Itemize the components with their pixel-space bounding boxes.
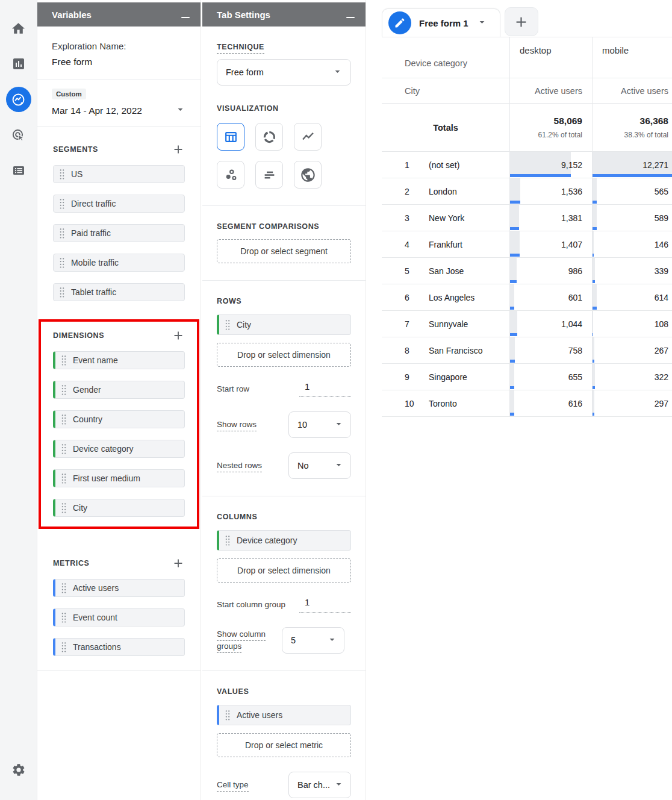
chevron-down-icon [333, 459, 344, 472]
chevron-down-icon [175, 104, 186, 117]
library-icon[interactable] [6, 158, 31, 183]
home-icon[interactable] [6, 16, 31, 41]
scatter-chart-icon[interactable] [217, 161, 244, 189]
row-rank: 10 [405, 399, 429, 408]
segment-chip-label: Direct traffic [71, 199, 116, 208]
values-metric-chip[interactable]: Active users [217, 705, 351, 725]
metric-chip[interactable]: Event count [53, 608, 185, 627]
rows-chips: City [217, 314, 351, 335]
values-metric-chip-label: Active users [237, 710, 282, 720]
show-column-groups-select[interactable]: 5 [282, 627, 344, 654]
advertising-icon[interactable] [6, 122, 31, 148]
cell-value: 1,536 [561, 187, 582, 196]
dimension-chip[interactable]: First user medium [53, 469, 185, 487]
row-city-name: Frankfurt [429, 240, 462, 249]
cell-type-label: Cell type [217, 780, 249, 792]
segment-chip[interactable]: Mobile traffic [53, 254, 185, 272]
show-column-groups-label: Show column groups [217, 630, 266, 653]
table-cell-desktop: 616 [509, 390, 592, 417]
add-dimension-button[interactable] [172, 329, 185, 342]
table-row-city: 7Sunnyvale [382, 311, 509, 337]
explore-icon[interactable] [6, 87, 31, 112]
cell-bar-background [510, 205, 519, 227]
columns-dimension-dropzone[interactable]: Drop or select dimension [217, 558, 351, 583]
metric-chip[interactable]: Transactions [53, 638, 185, 656]
add-tab-button[interactable] [505, 7, 538, 36]
totals-mobile: 36,368 38.3% of total [592, 104, 672, 152]
rows-dimension-dropzone[interactable]: Drop or select dimension [217, 343, 351, 367]
cell-bar-background [510, 390, 514, 413]
row-rank: 1 [405, 160, 429, 170]
tab-free-form-1[interactable]: Free form 1 [382, 8, 500, 37]
dimension-chip[interactable]: Event name [53, 351, 185, 369]
cell-bar-background [510, 258, 517, 280]
segment-dropzone[interactable]: Drop or select segment [217, 239, 351, 263]
segment-chip[interactable]: Direct traffic [53, 195, 185, 213]
dimension-chip-label: Event name [73, 355, 118, 365]
dimension-chip-label: Gender [73, 385, 101, 395]
start-column-group-input[interactable]: 1 [299, 597, 351, 613]
row-rank: 3 [405, 213, 429, 223]
column-header-desktop[interactable]: desktop [509, 37, 592, 78]
geo-map-icon[interactable] [294, 161, 322, 189]
drag-handle-icon [59, 257, 65, 268]
gear-icon[interactable] [6, 757, 31, 783]
cell-bar-value [510, 201, 520, 204]
line-chart-icon[interactable] [294, 123, 322, 151]
minimize-icon[interactable] [181, 17, 190, 18]
drag-handle-icon [61, 502, 67, 513]
table-cell-desktop: 1,407 [509, 231, 592, 258]
columns-section: COLUMNS Device category Drop or select d… [202, 496, 366, 671]
values-metric-dropzone[interactable]: Drop or select metric [217, 733, 351, 757]
cell-value: 589 [655, 213, 668, 223]
table-cell-mobile: 267 [592, 337, 672, 364]
metric-header-desktop[interactable]: Active users [509, 78, 592, 104]
bar-chart-icon[interactable] [255, 161, 283, 189]
drag-handle-icon [61, 473, 67, 484]
exploration-canvas: Free form 1 Device category desktop mobi… [366, 0, 672, 800]
show-rows-select[interactable]: 10 [288, 411, 351, 438]
table-cell-desktop: 1,044 [509, 311, 592, 337]
row-city-name: London [429, 187, 457, 196]
rows-dimension-chip[interactable]: City [217, 314, 351, 335]
nested-rows-select[interactable]: No [288, 452, 351, 479]
cell-bar-background [593, 390, 594, 413]
table-row-city: 9Singapore [382, 364, 509, 390]
cell-type-select[interactable]: Bar ch... [288, 772, 351, 798]
segment-chip[interactable]: Tablet traffic [53, 283, 185, 301]
cell-value: 601 [568, 293, 582, 302]
segment-chip[interactable]: Paid traffic [53, 224, 185, 242]
minimize-icon[interactable] [346, 17, 355, 18]
dimension-chip[interactable]: Device category [53, 440, 185, 458]
segment-chip[interactable]: US [53, 165, 185, 183]
reports-icon[interactable] [6, 51, 31, 77]
dimension-chip[interactable]: City [53, 499, 185, 517]
table-chart-icon[interactable] [217, 123, 244, 151]
table-cell-mobile: 339 [592, 258, 672, 284]
cell-value: 9,152 [561, 160, 582, 170]
tab-title: Free form 1 [419, 18, 468, 28]
row-dimension-label[interactable]: City [382, 78, 509, 104]
start-row-input[interactable]: 1 [299, 381, 351, 397]
exploration-name-value[interactable]: Free form [52, 57, 186, 67]
metric-header-mobile[interactable]: Active users [592, 78, 672, 104]
row-city-name: Singapore [429, 372, 467, 382]
donut-chart-icon[interactable] [255, 123, 283, 151]
date-range-selector[interactable]: Custom Mar 14 - Apr 12, 2022 [37, 80, 201, 127]
cell-bar-value [510, 254, 520, 257]
column-header-mobile[interactable]: mobile [592, 37, 672, 78]
totals-mobile-value: 36,368 [640, 116, 668, 127]
add-segment-button[interactable] [172, 143, 185, 156]
metric-chip[interactable]: Active users [53, 579, 185, 597]
segments-label: SEGMENTS [53, 145, 98, 154]
columns-dimension-chip[interactable]: Device category [217, 530, 351, 551]
technique-select[interactable]: Free form [217, 59, 351, 86]
add-metric-button[interactable] [172, 557, 185, 570]
dimension-chip-label: First user medium [73, 473, 140, 483]
drag-handle-icon [61, 355, 67, 366]
dimension-chip[interactable]: Gender [53, 381, 185, 399]
row-city-name: San Francisco [429, 346, 482, 355]
table-cell-mobile: 322 [592, 364, 672, 390]
dimension-chip[interactable]: Country [53, 410, 185, 428]
row-rank: 9 [405, 372, 429, 382]
